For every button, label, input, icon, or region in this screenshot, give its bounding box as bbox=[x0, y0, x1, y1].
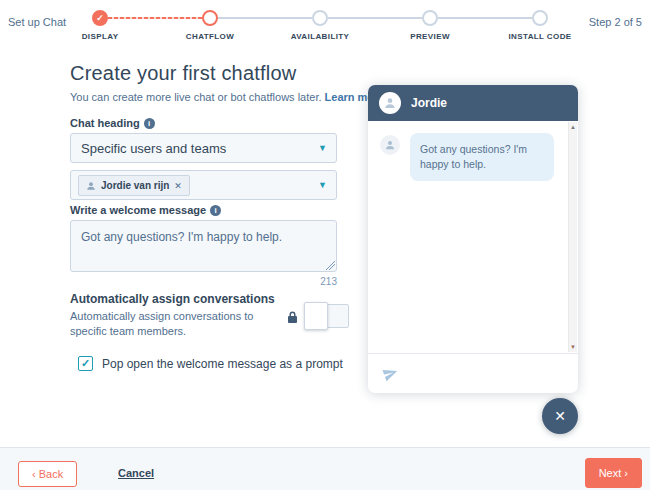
check-icon: ✓ bbox=[96, 13, 104, 23]
send-icon bbox=[382, 365, 399, 382]
chat-heading-select[interactable]: Specific users and teams ▼ bbox=[70, 133, 337, 163]
selected-user-tag: Jordie van rijn ✕ bbox=[78, 175, 190, 196]
auto-assign-toggle[interactable] bbox=[305, 304, 349, 328]
person-icon bbox=[86, 181, 96, 191]
chat-heading-label: Chat headingi bbox=[70, 117, 155, 129]
chevron-right-icon: › bbox=[624, 467, 628, 479]
users-multiselect[interactable]: Jordie van rijn ✕ ▼ bbox=[70, 170, 337, 200]
person-icon bbox=[383, 96, 397, 110]
next-button[interactable]: Next › bbox=[585, 458, 642, 488]
cancel-link[interactable]: Cancel bbox=[118, 467, 154, 479]
flow-label: Set up Chat bbox=[8, 16, 66, 28]
scroll-down-icon[interactable]: ▼ bbox=[569, 344, 577, 350]
scroll-up-icon[interactable]: ▲ bbox=[569, 124, 577, 130]
chat-preview-body: Got any questions? I'm happy to help. ▲ … bbox=[368, 121, 578, 353]
page-title: Create your first chatflow bbox=[70, 62, 296, 85]
chatflow-setup-page: Set up Chat Step 2 of 5 ✓ DISPLAY CHATFL… bbox=[0, 0, 650, 490]
auto-assign-description: Automatically assign conversations to sp… bbox=[70, 309, 270, 339]
step-label-chatflow: CHATFLOW bbox=[160, 32, 260, 41]
prompt-checkbox-row: ✓ Pop open the welcome message as a prom… bbox=[78, 356, 343, 371]
welcome-message-textarea[interactable]: Got any questions? I'm happy to help. bbox=[70, 220, 337, 272]
welcome-message-label: Write a welcome messagei bbox=[70, 204, 221, 216]
step-label-availability: AVAILABILITY bbox=[270, 32, 370, 41]
step-label-preview: PREVIEW bbox=[380, 32, 480, 41]
info-icon[interactable]: i bbox=[210, 205, 221, 216]
wizard-footer-bar: ‹ Back Cancel Next › bbox=[0, 447, 650, 490]
chevron-down-icon: ▼ bbox=[318, 143, 327, 153]
selected-option: Specific users and teams bbox=[81, 141, 226, 156]
welcome-message-bubble: Got any questions? I'm happy to help. bbox=[410, 133, 554, 181]
stepper-connector bbox=[218, 17, 312, 19]
step-installcode-circle bbox=[532, 10, 548, 26]
preview-scrollbar[interactable]: ▲ ▼ bbox=[568, 122, 577, 352]
character-count: 213 bbox=[70, 276, 337, 287]
auto-assign-title: Automatically assign conversations bbox=[70, 292, 275, 306]
person-icon bbox=[384, 139, 396, 151]
page-subtitle: You can create more live chat or bot cha… bbox=[70, 91, 395, 104]
prompt-checkbox[interactable]: ✓ bbox=[78, 356, 93, 371]
stepper-connector bbox=[438, 17, 532, 19]
step-display-circle[interactable]: ✓ bbox=[92, 10, 108, 26]
step-chatflow-circle[interactable] bbox=[202, 10, 218, 26]
step-preview-circle bbox=[422, 10, 438, 26]
chat-preview-widget: Jordie Got any questions? I'm happy to h… bbox=[368, 85, 578, 393]
step-label-display: DISPLAY bbox=[50, 32, 150, 41]
chevron-down-icon: ▼ bbox=[318, 180, 327, 190]
close-icon: ✕ bbox=[554, 408, 566, 424]
chat-preview-header: Jordie bbox=[368, 85, 578, 121]
agent-name: Jordie bbox=[411, 96, 447, 110]
lock-icon bbox=[287, 310, 298, 328]
step-label-installcode: INSTALL CODE bbox=[490, 32, 590, 41]
chat-preview-footer bbox=[368, 353, 578, 393]
resize-handle-icon[interactable] bbox=[326, 261, 335, 270]
chevron-left-icon: ‹ bbox=[32, 468, 36, 480]
toggle-knob bbox=[304, 302, 328, 330]
step-availability-circle bbox=[312, 10, 328, 26]
step-indicator: Step 2 of 5 bbox=[589, 16, 642, 28]
prompt-checkbox-label: Pop open the welcome message as a prompt bbox=[102, 357, 343, 371]
stepper-connector-done bbox=[108, 17, 202, 19]
message-avatar bbox=[380, 135, 400, 155]
tag-label: Jordie van rijn bbox=[101, 180, 169, 191]
agent-avatar bbox=[379, 92, 401, 114]
info-icon[interactable]: i bbox=[144, 118, 155, 129]
remove-tag-icon[interactable]: ✕ bbox=[174, 181, 182, 191]
close-chat-button[interactable]: ✕ bbox=[542, 398, 578, 434]
back-button[interactable]: ‹ Back bbox=[18, 461, 77, 487]
stepper-connector bbox=[328, 17, 422, 19]
